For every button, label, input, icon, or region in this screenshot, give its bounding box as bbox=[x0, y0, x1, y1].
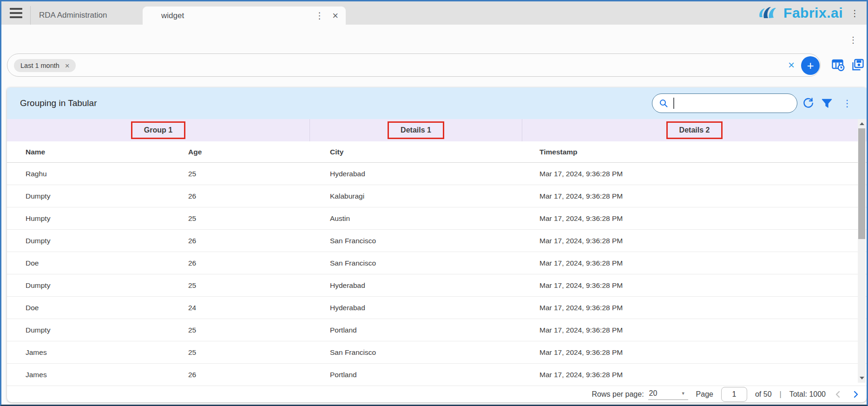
column-group-header-row: Group 1 Details 1 Details 2 bbox=[7, 119, 867, 141]
previous-page-icon[interactable] bbox=[834, 390, 843, 399]
chip-label: Last 1 month bbox=[20, 62, 59, 69]
cell-name: Doe bbox=[26, 304, 188, 312]
cell-city: San Francisco bbox=[330, 237, 539, 245]
cell-name: Dumpty bbox=[26, 326, 188, 334]
filter-bar[interactable]: Last 1 month × × + bbox=[7, 53, 821, 77]
clear-filters-icon[interactable]: × bbox=[788, 59, 795, 72]
cell-age: 25 bbox=[188, 214, 330, 223]
cell-timestamp: Mar 17, 2024, 9:36:28 PM bbox=[539, 214, 867, 223]
tab-close-icon[interactable]: × bbox=[332, 11, 338, 21]
group-label: Details 2 bbox=[679, 126, 710, 134]
widget-header: Grouping in Tabular ⋮ bbox=[7, 87, 867, 119]
tab-options-kebab-icon[interactable]: ⋮ bbox=[313, 10, 326, 21]
table-row[interactable]: Dumpty 25 Portland Mar 17, 2024, 9:36:28… bbox=[7, 319, 867, 341]
vertical-scrollbar[interactable] bbox=[858, 119, 866, 383]
filter-toolbar: Last 1 month × × + bbox=[7, 53, 864, 77]
tab-label: RDA Administration bbox=[39, 11, 107, 20]
cell-timestamp: Mar 17, 2024, 9:36:28 PM bbox=[539, 326, 867, 334]
cell-city: Austin bbox=[330, 214, 539, 223]
rows-per-page-label: Rows per page: bbox=[592, 390, 644, 399]
cell-timestamp: Mar 17, 2024, 9:36:28 PM bbox=[539, 281, 867, 290]
column-header-city[interactable]: City bbox=[330, 148, 539, 156]
table-row[interactable]: James 25 San Francisco Mar 17, 2024, 9:3… bbox=[7, 341, 867, 364]
cell-age: 26 bbox=[188, 371, 330, 379]
page-label: Page bbox=[696, 390, 713, 399]
save-view-icon[interactable] bbox=[851, 58, 865, 72]
search-box[interactable] bbox=[652, 93, 797, 113]
brand-logo: Fabrix.ai bbox=[758, 1, 843, 25]
tab-label: widget bbox=[161, 11, 313, 20]
table-row[interactable]: Humpty 25 Austin Mar 17, 2024, 9:36:28 P… bbox=[7, 207, 867, 230]
table-row[interactable]: Raghu 25 Hyderabad Mar 17, 2024, 9:36:28… bbox=[7, 163, 867, 185]
column-header-name[interactable]: Name bbox=[26, 148, 188, 156]
group-section-details-1: Details 1 bbox=[310, 119, 522, 141]
page-count-label: of 50 bbox=[755, 390, 772, 399]
widget-title: Grouping in Tabular bbox=[20, 98, 97, 108]
cell-city: San Francisco bbox=[330, 348, 539, 357]
pagination-divider: | bbox=[780, 390, 782, 399]
group-label: Details 1 bbox=[401, 126, 431, 134]
window-kebab-icon[interactable]: ⋮ bbox=[848, 8, 862, 19]
cell-timestamp: Mar 17, 2024, 9:36:28 PM bbox=[539, 304, 867, 312]
scroll-up-icon[interactable] bbox=[860, 122, 864, 125]
chip-remove-icon[interactable]: × bbox=[65, 62, 70, 70]
cell-age: 25 bbox=[188, 281, 330, 290]
cell-age: 26 bbox=[188, 237, 330, 245]
grouping-widget-card: Grouping in Tabular ⋮ Group 1 Details 1 bbox=[7, 87, 867, 402]
dropdown-triangle-icon: ▼ bbox=[681, 391, 685, 396]
brand-name: Fabrix.ai bbox=[783, 5, 843, 21]
cell-timestamp: Mar 17, 2024, 9:36:28 PM bbox=[539, 259, 867, 267]
cell-age: 26 bbox=[188, 192, 330, 200]
add-filter-button[interactable]: + bbox=[801, 56, 820, 75]
cell-name: Dumpty bbox=[26, 192, 188, 200]
tab-widget[interactable]: widget ⋮ × bbox=[143, 7, 346, 25]
schedule-table-icon[interactable] bbox=[831, 58, 845, 72]
cell-age: 26 bbox=[188, 259, 330, 267]
time-range-chip[interactable]: Last 1 month × bbox=[14, 59, 76, 72]
cell-city: Hyderabad bbox=[330, 170, 539, 178]
tab-rda-administration[interactable]: RDA Administration bbox=[30, 6, 143, 25]
cell-city: San Francisco bbox=[330, 259, 539, 267]
cell-timestamp: Mar 17, 2024, 9:36:28 PM bbox=[539, 371, 867, 379]
plus-icon: + bbox=[807, 59, 814, 73]
table-row[interactable]: Dumpty 26 Kalaburagi Mar 17, 2024, 9:36:… bbox=[7, 185, 867, 207]
group-section-details-2: Details 2 bbox=[522, 119, 867, 141]
scroll-down-icon[interactable] bbox=[860, 377, 864, 379]
cell-name: Humpty bbox=[26, 214, 188, 223]
table-row[interactable]: Dumpty 26 San Francisco Mar 17, 2024, 9:… bbox=[7, 230, 867, 252]
fabrix-logo-icon bbox=[758, 6, 779, 20]
search-icon bbox=[659, 99, 668, 108]
next-page-icon[interactable] bbox=[851, 390, 860, 399]
scrollbar-thumb[interactable] bbox=[858, 128, 865, 239]
annotation-box-group-1: Group 1 bbox=[131, 121, 185, 139]
widget-kebab-icon[interactable]: ⋮ bbox=[842, 98, 852, 109]
table-row[interactable]: Doe 26 San Francisco Mar 17, 2024, 9:36:… bbox=[7, 252, 867, 274]
cell-timestamp: Mar 17, 2024, 9:36:28 PM bbox=[539, 237, 867, 245]
cell-name: Dumpty bbox=[26, 237, 188, 245]
filter-funnel-icon[interactable] bbox=[822, 98, 832, 109]
column-header-timestamp[interactable]: Timestamp bbox=[539, 148, 867, 156]
table-row[interactable]: Doe 24 Hyderabad Mar 17, 2024, 9:36:28 P… bbox=[7, 297, 867, 319]
cell-name: Dumpty bbox=[26, 281, 188, 290]
refresh-icon[interactable] bbox=[802, 97, 815, 109]
cell-timestamp: Mar 17, 2024, 9:36:28 PM bbox=[539, 170, 867, 178]
table-row[interactable]: James 26 Portland Mar 17, 2024, 9:36:28 … bbox=[7, 364, 867, 386]
page-number-input[interactable] bbox=[721, 387, 747, 402]
annotation-box-details-1: Details 1 bbox=[388, 121, 444, 139]
cell-name: James bbox=[26, 371, 188, 379]
cell-city: Portland bbox=[330, 326, 539, 334]
rows-per-page-select[interactable]: 20 ▼ bbox=[648, 388, 688, 400]
cell-city: Hyderabad bbox=[330, 304, 539, 312]
page-options-kebab-icon[interactable]: ⋮ bbox=[849, 35, 857, 45]
total-count-label: Total: 1000 bbox=[789, 390, 826, 399]
hamburger-menu-button[interactable] bbox=[1, 1, 30, 25]
group-section-group-1: Group 1 bbox=[7, 119, 310, 141]
table-row[interactable]: Dumpty 25 Hyderabad Mar 17, 2024, 9:36:2… bbox=[7, 274, 867, 297]
cell-timestamp: Mar 17, 2024, 9:36:28 PM bbox=[539, 348, 867, 357]
column-header-age[interactable]: Age bbox=[188, 148, 330, 156]
search-input[interactable] bbox=[679, 96, 797, 110]
cell-age: 24 bbox=[188, 304, 330, 312]
pagination-bar: Rows per page: 20 ▼ Page of 50 | Total: … bbox=[7, 386, 867, 402]
cell-city: Portland bbox=[330, 371, 539, 379]
text-cursor bbox=[673, 98, 674, 109]
